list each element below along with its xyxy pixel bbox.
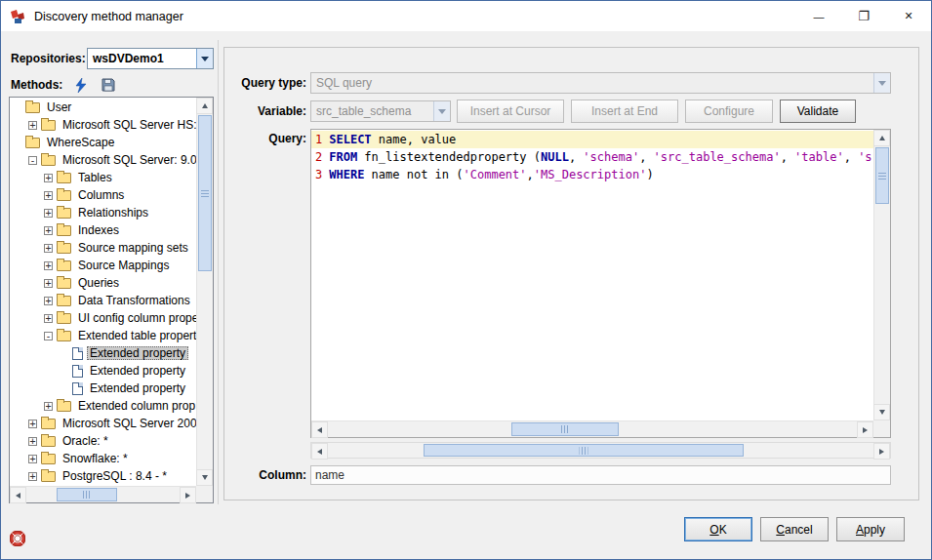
variable-value: src_table_schema <box>311 104 433 118</box>
scroll-down-icon[interactable] <box>196 469 213 486</box>
cancel-button-label: Cancel <box>776 523 812 537</box>
tree-vscroll-thumb[interactable] <box>198 115 212 271</box>
tree-item[interactable]: +Snowflake: * <box>11 450 196 467</box>
expand-icon[interactable]: + <box>44 261 53 270</box>
code-line[interactable]: 1SELECT name, value <box>311 131 873 148</box>
query-pane-hscroll-thumb[interactable] <box>424 444 744 457</box>
query-type-combo[interactable]: SQL query <box>310 72 891 94</box>
tree-item[interactable]: Extended property <box>11 362 196 380</box>
query-editor[interactable]: 1SELECT name, value2FROM fn_listextended… <box>310 129 891 438</box>
expand-icon[interactable]: + <box>28 121 37 130</box>
folder-icon <box>41 419 56 429</box>
insert-at-end-button[interactable]: Insert at End <box>571 100 678 123</box>
validate-button[interactable]: Validate <box>780 100 856 123</box>
tree-item[interactable]: +Queries <box>11 274 196 292</box>
tree-item[interactable]: User <box>11 99 196 116</box>
method-editor-panel: Query type: SQL query Variable: src_tabl… <box>223 47 919 500</box>
refresh-methods-icon[interactable] <box>72 76 90 94</box>
scroll-up-icon[interactable] <box>196 98 213 114</box>
configure-button[interactable]: Configure <box>685 100 773 123</box>
variable-combo-arrow-icon <box>433 101 450 121</box>
tree-item[interactable]: +Oracle: * <box>11 432 196 450</box>
code-token: 'schema' <box>583 150 639 164</box>
panel-splitter[interactable] <box>218 40 219 504</box>
expand-icon[interactable]: + <box>28 437 37 446</box>
scroll-right-icon[interactable] <box>873 443 890 460</box>
variable-label: Variable: <box>224 104 306 118</box>
scroll-up-icon[interactable] <box>873 130 890 146</box>
tree-item[interactable]: +PostgreSQL : 8.4 - * <box>11 467 196 485</box>
insert-at-cursor-button[interactable]: Insert at Cursor <box>457 100 564 123</box>
cancel-button[interactable]: Cancel <box>760 517 829 541</box>
repositories-combo[interactable]: wsDVDemo1 <box>87 48 214 69</box>
repositories-label: Repositories: <box>11 52 87 65</box>
code-token: FROM <box>329 150 357 164</box>
code-token: , <box>527 168 534 181</box>
tree-hscroll-thumb[interactable] <box>57 488 117 501</box>
scroll-right-icon[interactable] <box>857 421 873 438</box>
expand-icon[interactable]: + <box>44 209 53 218</box>
expand-icon[interactable]: + <box>44 402 53 411</box>
query-pane-horizontal-scrollbar[interactable] <box>310 442 891 459</box>
expand-icon[interactable]: + <box>44 279 53 288</box>
scroll-right-icon[interactable] <box>180 487 196 503</box>
apply-button-label: Apply <box>856 523 885 537</box>
tree-item[interactable]: Extended property <box>11 380 196 397</box>
tree-item[interactable]: +Tables <box>11 169 196 186</box>
tree-item[interactable]: +Columns <box>11 186 196 204</box>
tree-item[interactable]: +Relationships <box>11 204 196 221</box>
tree-item[interactable]: +Microsoft SQL Server HS: S <box>11 116 196 134</box>
expand-icon[interactable]: + <box>44 314 53 323</box>
editor-vertical-scrollbar[interactable] <box>873 130 890 420</box>
editor-vscroll-thumb[interactable] <box>875 147 889 204</box>
collapse-icon[interactable]: - <box>28 156 37 165</box>
code-line[interactable]: 3WHERE name not in ('Comment','MS_Descri… <box>311 166 873 183</box>
expand-icon[interactable]: + <box>44 174 53 182</box>
expand-icon[interactable]: + <box>44 297 53 305</box>
tree-item[interactable]: Extended property <box>11 344 196 362</box>
maximize-button[interactable]: ❐ <box>841 1 886 31</box>
tree-item-label: Extended table propert <box>75 329 196 342</box>
tree-item[interactable]: -Extended table propert <box>11 327 196 344</box>
tree-item[interactable]: +Data Transformations <box>11 292 196 309</box>
code-line[interactable]: 2FROM fn_listextendedproperty (NULL, 'sc… <box>311 148 873 166</box>
column-field[interactable] <box>310 465 891 485</box>
tree-handle-spacer <box>60 349 68 358</box>
tree-vertical-scrollbar[interactable] <box>196 98 213 486</box>
tree-item[interactable]: +Extended column prop <box>11 397 196 415</box>
scroll-left-icon[interactable] <box>10 487 26 503</box>
repositories-combo-arrow-icon[interactable] <box>196 49 213 68</box>
close-button[interactable]: ✕ <box>886 1 931 31</box>
tree-item-label: Source Mappings <box>75 259 172 272</box>
tree-item[interactable]: WhereScape <box>11 134 196 151</box>
expand-icon[interactable]: + <box>44 244 53 253</box>
tree-item[interactable]: +Indexes <box>11 221 196 239</box>
collapse-icon[interactable]: - <box>44 332 53 340</box>
scroll-left-icon[interactable] <box>311 421 328 438</box>
help-lifebuoy-icon[interactable] <box>10 531 25 546</box>
expand-icon[interactable]: + <box>28 472 37 481</box>
variable-combo[interactable]: src_table_schema <box>310 100 451 122</box>
expand-icon[interactable]: + <box>28 420 37 428</box>
minimize-button[interactable]: — <box>796 1 841 31</box>
tree-item-label: Microsoft SQL Server: 9.0 - <box>60 153 196 167</box>
tree-item[interactable]: +UI config column prope <box>11 309 196 327</box>
expand-icon[interactable]: + <box>44 226 53 235</box>
tree-item[interactable]: -Microsoft SQL Server: 9.0 - <box>11 151 196 169</box>
editor-hscroll-thumb[interactable] <box>511 422 619 436</box>
ok-button[interactable]: OK <box>684 517 752 541</box>
expand-icon[interactable]: + <box>44 191 53 200</box>
tree-item[interactable]: +Source mapping sets <box>11 239 196 257</box>
tree-horizontal-scrollbar[interactable] <box>10 486 196 502</box>
editor-horizontal-scrollbar[interactable] <box>311 420 873 437</box>
save-method-icon[interactable] <box>100 76 117 94</box>
expand-icon[interactable]: + <box>28 455 37 463</box>
scroll-left-icon[interactable] <box>311 443 328 460</box>
scroll-down-icon[interactable] <box>873 404 890 420</box>
tree-item[interactable]: +Microsoft SQL Server 2000 <box>11 415 196 432</box>
line-number: 3 <box>315 168 322 181</box>
apply-button[interactable]: Apply <box>836 517 905 541</box>
tree-item[interactable]: +Source Mappings <box>11 257 196 274</box>
tree-handle-spacer <box>13 139 21 147</box>
query-editor-content[interactable]: 1SELECT name, value2FROM fn_listextended… <box>311 130 873 420</box>
